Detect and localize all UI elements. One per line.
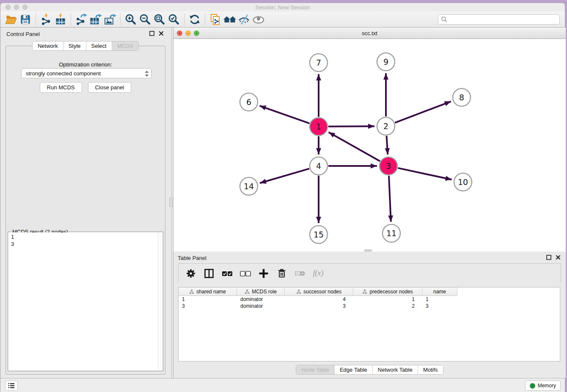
svg-text:11: 11 xyxy=(386,229,396,238)
zoom-fit-icon xyxy=(154,14,165,25)
column-header-name[interactable]: name xyxy=(422,287,457,296)
graph-edge-2-8[interactable] xyxy=(395,102,451,123)
column-type-icon xyxy=(245,289,250,294)
memory-status-dot xyxy=(530,383,535,389)
tab-network[interactable]: Network xyxy=(33,41,63,50)
run-mcds-button[interactable]: Run MCDS xyxy=(40,82,82,93)
zoom-in-button[interactable] xyxy=(124,13,138,26)
column-header-shared-name[interactable]: shared name xyxy=(179,287,237,296)
table-cell[interactable]: 1 xyxy=(179,296,237,303)
divider-grip[interactable] xyxy=(169,198,173,207)
float-panel-icon[interactable] xyxy=(149,31,154,36)
delete-column-button[interactable] xyxy=(275,267,289,280)
mcds-result-line: 3 xyxy=(11,240,160,248)
network-window-titlebar[interactable]: × − + scc.txt xyxy=(173,28,566,39)
table-cell[interactable]: dominator xyxy=(237,303,285,309)
network-canvas[interactable]: 7968124310141511 xyxy=(174,39,566,251)
memory-button[interactable]: Memory xyxy=(525,381,561,391)
show-all-networks-button[interactable] xyxy=(223,13,237,26)
refresh-button[interactable] xyxy=(187,13,202,26)
graph-node-7[interactable]: 7 xyxy=(310,54,328,72)
open-session-button[interactable] xyxy=(4,13,18,26)
zoom-out-button[interactable] xyxy=(138,13,152,26)
svg-text:4: 4 xyxy=(316,161,321,171)
column-header-successor-nodes[interactable]: successor nodes xyxy=(285,287,353,296)
table-row[interactable]: 3dominator323 xyxy=(179,303,560,309)
task-history-button[interactable] xyxy=(5,381,18,391)
export-image-button[interactable] xyxy=(103,13,117,26)
table-row[interactable]: 1dominator411 xyxy=(179,296,560,303)
graph-node-10[interactable]: 10 xyxy=(454,173,472,191)
column-label: MCDS role xyxy=(252,289,277,295)
main-area: Control Panel NetworkStyleSelectMCDS Opt… xyxy=(0,28,565,378)
table-cell[interactable]: 4 xyxy=(285,296,353,303)
zoom-selected-button[interactable] xyxy=(167,13,181,26)
panel-divider[interactable] xyxy=(169,28,173,378)
tab-network-table[interactable]: Network Table xyxy=(372,365,418,374)
table-cell[interactable]: 3 xyxy=(179,303,237,309)
show-graphics-button[interactable] xyxy=(251,13,266,26)
create-column-button[interactable] xyxy=(256,267,271,280)
table-cell[interactable]: 1 xyxy=(353,296,422,303)
column-header-MCDS-role[interactable]: MCDS role xyxy=(237,287,285,296)
graph-edge-3-1[interactable] xyxy=(329,132,380,161)
table-cell[interactable]: 2 xyxy=(353,303,422,309)
table-cell[interactable]: 3 xyxy=(285,303,353,309)
graph-node-2[interactable]: 2 xyxy=(377,117,395,135)
clone-network-button[interactable] xyxy=(208,13,223,26)
graph-node-1[interactable]: 1 xyxy=(310,118,328,135)
close-panel-icon[interactable] xyxy=(159,31,164,36)
tab-style[interactable]: Style xyxy=(63,41,86,50)
table-cell[interactable]: dominator xyxy=(237,296,285,303)
zoom-in-icon xyxy=(125,14,137,25)
graph-node-9[interactable]: 9 xyxy=(377,53,395,71)
import-network-button[interactable] xyxy=(39,13,53,26)
window-title: Session: New Session xyxy=(0,4,565,11)
table-settings-button[interactable] xyxy=(184,267,198,280)
graph-edge-3-10[interactable] xyxy=(398,168,451,179)
show-column-panel-button[interactable] xyxy=(202,267,216,280)
hide-graphics-button[interactable] xyxy=(237,13,251,26)
select-all-columns-button[interactable] xyxy=(220,267,234,280)
graph-node-11[interactable]: 11 xyxy=(383,224,400,242)
close-panel-button[interactable]: Close panel xyxy=(88,82,132,93)
column-type-icon xyxy=(296,289,301,294)
graph-node-3[interactable]: 3 xyxy=(380,157,397,175)
delete-table-button[interactable] xyxy=(293,267,307,280)
export-table-button[interactable] xyxy=(88,13,103,26)
tab-edge-table[interactable]: Edge Table xyxy=(334,365,372,374)
function-builder-button[interactable]: f(x) xyxy=(311,267,325,280)
graph-edge-1-2[interactable] xyxy=(328,126,374,127)
save-session-button[interactable] xyxy=(18,13,33,26)
search-input[interactable] xyxy=(438,14,560,25)
tab-motifs[interactable]: Motifs xyxy=(418,365,443,374)
graph-node-8[interactable]: 8 xyxy=(453,88,471,106)
table-cell[interactable]: 3 xyxy=(422,303,457,309)
zoom-fit-button[interactable] xyxy=(152,13,167,26)
import-table-button[interactable] xyxy=(53,13,68,26)
houses-icon xyxy=(223,14,237,25)
tab-select[interactable]: Select xyxy=(86,41,112,50)
graph-edge-3-11[interactable] xyxy=(389,176,391,222)
tab-mcds[interactable]: MCDS xyxy=(112,41,138,50)
graph-node-15[interactable]: 15 xyxy=(310,226,328,243)
column-type-icon xyxy=(362,289,367,294)
columns-icon xyxy=(203,268,215,279)
unselect-all-columns-button[interactable] xyxy=(238,267,253,280)
result-scrollbar[interactable] xyxy=(158,232,162,370)
float-panel-icon[interactable] xyxy=(546,255,551,260)
graph-edge-4-14[interactable] xyxy=(260,168,309,183)
table-cell[interactable]: 1 xyxy=(422,296,457,303)
column-header-predecessor-nodes[interactable]: predecessor nodes xyxy=(353,287,422,296)
export-network-button[interactable] xyxy=(74,13,88,26)
graph-edge-2-3[interactable] xyxy=(386,136,388,155)
plus-icon xyxy=(258,268,270,279)
optimization-criterion-select[interactable]: strongly connected component xyxy=(21,68,151,78)
graph-node-14[interactable]: 14 xyxy=(240,177,258,195)
graph-node-4[interactable]: 4 xyxy=(310,157,328,175)
close-panel-icon[interactable] xyxy=(556,255,561,260)
tab-node-table[interactable]: Node Table xyxy=(296,365,334,374)
mcds-result-textarea[interactable]: 1 3 xyxy=(8,232,162,370)
graph-edge-1-6[interactable] xyxy=(259,106,309,123)
graph-node-6[interactable]: 6 xyxy=(240,93,258,111)
